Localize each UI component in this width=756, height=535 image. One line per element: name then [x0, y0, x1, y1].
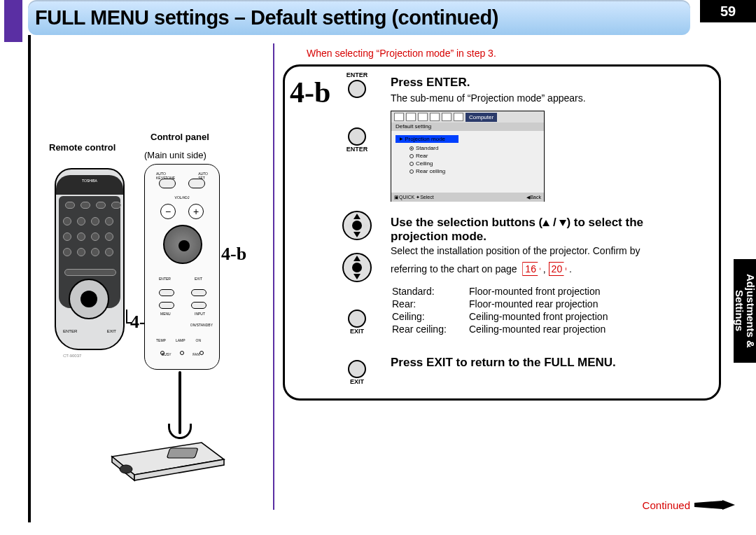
svg-point-3	[120, 465, 132, 473]
panel-voladj: VOL/ADJ	[145, 195, 219, 200]
osd-tab-computer: Computer	[465, 113, 497, 122]
exit-label: EXIT	[350, 328, 364, 335]
panel-lamp: LAMP	[176, 338, 186, 342]
remote-brand: TOSHIBA	[56, 175, 123, 195]
table-projection-modes: Standard:Floor-mounted front projection …	[391, 284, 692, 336]
rule-black	[28, 35, 31, 522]
text-select-install: Select the installation position of the …	[391, 245, 692, 256]
enter-label: ENTER	[346, 71, 368, 78]
remote-illustration: TOSHIBA VOL/ADJ ENTER EXIT	[55, 168, 125, 350]
osd-select: Select	[420, 195, 433, 200]
enter-label2: ENTER	[346, 146, 368, 153]
osd-quick: QUICK	[399, 195, 414, 200]
text-submenu-appears: The sub-menu of “Projection mode” appear…	[391, 92, 714, 104]
svg-rect-4	[167, 448, 198, 458]
rule-purple	[273, 43, 274, 510]
continued-arrow-icon	[694, 500, 735, 510]
arrow-down-icon	[559, 220, 566, 226]
osd-sub-default: Default setting	[391, 123, 544, 131]
svg-marker-15	[694, 500, 735, 510]
page-title: FULL MENU settings – Default setting (co…	[35, 6, 498, 29]
left-gutter	[4, 0, 22, 42]
osd-opt-3: Rear ceiling	[416, 168, 445, 174]
svg-point-6	[352, 221, 362, 230]
btn-exit-bottom: EXIT	[336, 359, 378, 385]
text-refer-chart: referring to the chart on page 16 , 20 .	[391, 262, 714, 276]
page-link-20[interactable]: 20	[549, 262, 567, 276]
title-bar: FULL MENU settings – Default setting (co…	[28, 0, 690, 35]
svg-point-12	[352, 263, 362, 272]
panel-knob	[163, 225, 202, 264]
osd-opt-2: Ceiling	[416, 160, 433, 167]
control-panel-illustration: AUTO KEYSTONE AUTO SET VOL/ADJ −+ ENTER …	[144, 164, 220, 370]
panel-busy: BUSY	[162, 352, 172, 356]
remote-dpad	[69, 279, 109, 319]
label-control-panel: Control panel	[150, 132, 209, 142]
side-tab-adjustments: Adjustments & Settings	[734, 259, 756, 363]
osd-header-projection: Projection mode	[405, 136, 445, 142]
remote-model: CT-90037	[63, 354, 81, 358]
osd-back: Back	[530, 195, 541, 200]
panel-menu: MENU	[160, 312, 171, 316]
callout-4b-panel: 4-b	[221, 244, 246, 265]
step-4b-badge: 4-b	[290, 76, 330, 109]
osd-opt-1: Rear	[416, 153, 428, 159]
panel-fan: FAN	[192, 352, 200, 356]
heading-press-enter: Press ENTER.	[391, 76, 714, 90]
panel-enter: ENTER	[159, 277, 171, 281]
btn-exit-top: EXIT	[336, 308, 378, 335]
exit-label2: EXIT	[350, 378, 364, 385]
remote-exit-label: EXIT	[107, 329, 116, 333]
projector-illustration	[106, 429, 225, 482]
panel-standby: ON/STANDBY	[190, 323, 213, 327]
label-remote-control: Remote control	[49, 142, 115, 153]
continued-label: Continued	[643, 499, 690, 511]
label-main-unit-side: (Main unit side)	[144, 150, 206, 160]
panel-input: INPUT	[195, 312, 205, 316]
osd-screenshot: Computer Default setting ▶ Projection mo…	[391, 111, 545, 202]
heading-use-selection: Use the selection buttons ( / ) to selec…	[391, 216, 692, 244]
btn-enter-top: ENTER	[336, 71, 378, 98]
btn-enter-bottom: ENTER	[336, 126, 378, 153]
heading-press-exit: Press EXIT to return to the FULL MENU.	[391, 356, 714, 370]
panel-exit: EXIT	[195, 277, 202, 281]
arrow-up-icon	[542, 220, 550, 226]
btn-dpad-bottom	[336, 252, 378, 284]
btn-dpad-top	[336, 210, 378, 242]
panel-temp: TEMP	[156, 338, 166, 342]
page-number: 59	[700, 0, 756, 22]
panel-on: ON	[196, 338, 202, 342]
page-link-16[interactable]: 16	[522, 262, 540, 276]
remote-enter-label: ENTER	[63, 329, 77, 333]
osd-opt-0: Standard	[416, 145, 438, 151]
note-red: When selecting “Projection mode” in step…	[307, 48, 496, 59]
